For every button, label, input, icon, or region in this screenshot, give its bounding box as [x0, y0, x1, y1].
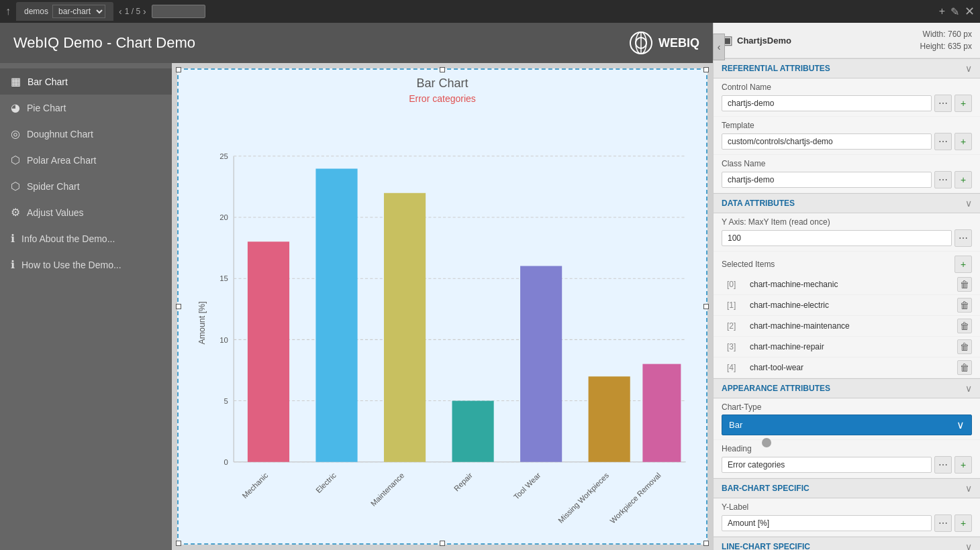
control-name-edit-btn[interactable]: ⋯ — [934, 95, 952, 112]
bar-chart-collapse-icon[interactable]: ∨ — [965, 483, 972, 494]
heading-value[interactable]: Error categories — [722, 457, 932, 473]
item-4-delete-btn[interactable]: 🗑 — [957, 360, 972, 375]
class-name-add-btn[interactable]: + — [954, 171, 972, 188]
svg-text:Tool Wear: Tool Wear — [512, 471, 542, 501]
handle-top-left[interactable] — [176, 67, 181, 72]
sidebar-item-pie-chart[interactable]: ◕ Pie Chart — [0, 95, 172, 121]
sidebar-item-adjust-values[interactable]: ⚙ Adjust Values — [0, 199, 172, 225]
close-button[interactable]: ✕ — [965, 4, 975, 19]
svg-text:Missing Workpieces: Missing Workpieces — [556, 471, 610, 525]
y-label-label: Y-Label — [722, 502, 972, 512]
svg-text:25: 25 — [219, 152, 228, 160]
item-1-delete-btn[interactable]: 🗑 — [957, 298, 972, 313]
tab-selector[interactable]: bar-chart — [52, 5, 105, 18]
item-0-name: chart-machine-mechanic — [750, 280, 953, 289]
chart-type-prop: Chart-Type Bar ∨ — [714, 398, 980, 440]
bar-maintenance — [384, 193, 426, 462]
appearance-collapse-icon[interactable]: ∨ — [965, 383, 972, 394]
chart-type-value: Bar — [729, 420, 742, 430]
tab-label: demos — [24, 7, 48, 16]
svg-text:Mechanic: Mechanic — [240, 471, 269, 500]
chart-title: Bar Chart — [416, 76, 468, 91]
item-row-1: [1] chart-machine-electric 🗑 — [714, 295, 980, 316]
item-row-4: [4] chart-tool-wear 🗑 — [714, 358, 980, 378]
template-label: Template — [722, 121, 972, 130]
chart-type-select[interactable]: Bar ∨ — [722, 415, 972, 435]
sidebar-item-doughnut-chart[interactable]: ◎ Doughnut Chart — [0, 121, 172, 147]
template-value[interactable]: custom/controls/chartjs-demo — [722, 133, 932, 150]
referential-collapse-icon[interactable]: ∨ — [965, 63, 972, 74]
template-add-btn[interactable]: + — [954, 133, 972, 150]
svg-text:Repair: Repair — [452, 471, 474, 492]
svg-text:Maintenance: Maintenance — [369, 471, 406, 508]
item-0-delete-btn[interactable]: 🗑 — [957, 277, 972, 292]
y-axis-prop: Y Axis: MaxY Item (read once) 100 ⋯ — [714, 213, 980, 252]
sidebar-item-how-to[interactable]: ℹ How to Use the Demo... — [0, 252, 172, 278]
control-name-add-btn[interactable]: + — [954, 95, 972, 112]
spider-chart-icon: ⬡ — [11, 180, 20, 192]
page-nav: ‹ 1 / 5 › — [119, 6, 146, 17]
svg-text:5: 5 — [224, 397, 228, 405]
heading-edit-btn[interactable]: ⋯ — [934, 456, 952, 474]
sidebar-item-label: Polar Area Chart — [27, 155, 97, 166]
item-3-delete-btn[interactable]: 🗑 — [957, 339, 972, 354]
polar-area-icon: ⬡ — [11, 154, 20, 166]
bar-chart-title: BAR-CHART SPECIFIC — [722, 484, 810, 493]
sidebar-item-label: How to Use the Demo... — [21, 260, 121, 270]
selected-items-label: Selected Items — [722, 260, 775, 269]
webiq-label: WEBIQ — [658, 36, 699, 50]
section-appearance: APPEARANCE ATTRIBUTES ∨ — [714, 378, 980, 398]
chart-type-label: Chart-Type — [722, 402, 972, 412]
sidebar-item-spider-chart[interactable]: ⬡ Spider Chart — [0, 173, 172, 199]
bar-missing-workpieces — [589, 376, 630, 461]
sidebar-item-label: Adjust Values — [27, 207, 84, 218]
class-name-edit-btn[interactable]: ⋯ — [934, 171, 952, 188]
sidebar-item-bar-chart[interactable]: ▦ Bar Chart — [0, 68, 172, 95]
sidebar-item-info[interactable]: ℹ Info About the Demo... — [0, 225, 172, 252]
nav-prev-button[interactable]: ‹ — [119, 6, 122, 17]
right-panel: ▣ ChartjsDemo Width: 760 px Height: 635 … — [713, 23, 980, 550]
section-data: DATA ATTRIBUTES ∨ — [714, 193, 980, 213]
handle-top-right[interactable] — [703, 67, 709, 72]
heading-add-btn[interactable]: + — [954, 456, 972, 474]
item-row-2: [2] chart-machine-maintenance 🗑 — [714, 316, 980, 337]
template-edit-btn[interactable]: ⋯ — [934, 133, 952, 150]
item-2-delete-btn[interactable]: 🗑 — [957, 319, 972, 333]
svg-text:Workpiece Removal: Workpiece Removal — [608, 471, 662, 525]
y-label-edit-btn[interactable]: ⋯ — [934, 514, 952, 532]
class-name-value[interactable]: chartjs-demo — [722, 172, 932, 188]
data-collapse-icon[interactable]: ∨ — [965, 198, 972, 209]
control-name-prop: Control Name chartjs-demo ⋯ + — [714, 78, 980, 117]
tab-name-input[interactable] — [152, 5, 205, 18]
item-1-index: [1] — [727, 300, 746, 310]
nav-up-icon[interactable]: ↑ — [5, 5, 11, 17]
demo-logo: WEBIQ — [629, 31, 699, 55]
active-tab: demos bar-chart — [16, 2, 113, 21]
svg-text:15: 15 — [219, 274, 228, 282]
line-chart-collapse-icon[interactable]: ∨ — [965, 541, 972, 550]
sidebar-item-polar-area-chart[interactable]: ⬡ Polar Area Chart — [0, 147, 172, 173]
bar-mechanic — [248, 241, 289, 461]
top-bar: ↑ demos bar-chart ‹ 1 / 5 › + ✎ ✕ — [0, 0, 980, 23]
webiq-logo-icon — [629, 31, 653, 55]
nav-next-button[interactable]: › — [143, 6, 146, 17]
panel-toggle-button[interactable]: ‹ — [713, 34, 725, 60]
main-area: WebIQ Demo - Chart Demo WEBIQ ▦ Bar Char… — [0, 23, 980, 550]
how-to-icon: ℹ — [11, 258, 15, 271]
item-0-index: [0] — [727, 280, 746, 289]
y-axis-value[interactable]: 100 — [722, 230, 952, 246]
y-axis-edit-btn[interactable]: ⋯ — [954, 229, 972, 247]
selected-items-add-btn[interactable]: + — [954, 256, 972, 273]
y-label-add-btn[interactable]: + — [954, 514, 972, 532]
add-tab-icon[interactable]: + — [939, 5, 945, 17]
width-value: 760 px — [948, 30, 972, 39]
control-name-value[interactable]: chartjs-demo — [722, 95, 932, 111]
template-prop: Template custom/controls/chartjs-demo ⋯ … — [714, 117, 980, 155]
section-line-chart: LINE-CHART SPECIFIC ∨ — [714, 537, 980, 550]
edit-icon[interactable]: ✎ — [950, 5, 959, 18]
svg-text:10: 10 — [219, 336, 228, 344]
sidebar-item-label: Info About the Demo... — [21, 233, 115, 244]
handle-top-mid[interactable] — [440, 67, 445, 72]
y-label-value[interactable]: Amount [%] — [722, 515, 932, 531]
demo-header: WebIQ Demo - Chart Demo WEBIQ — [0, 23, 713, 63]
